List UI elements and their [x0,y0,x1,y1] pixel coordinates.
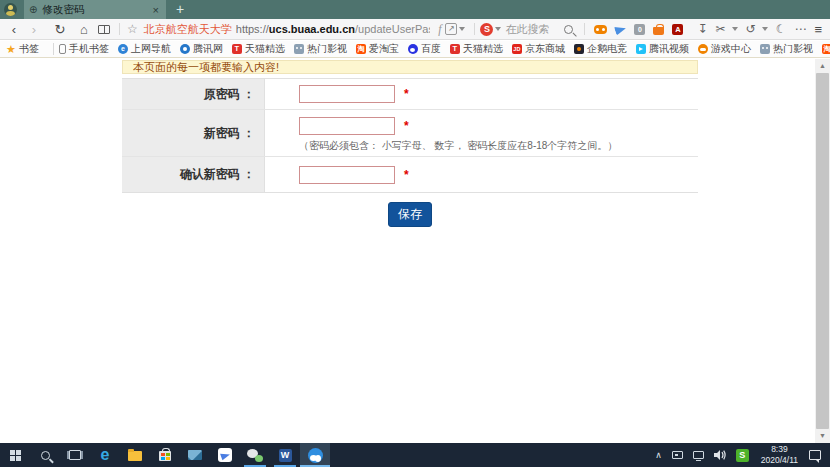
taskbar-word[interactable]: W [270,443,300,467]
address-dropdown-icon[interactable] [459,27,465,31]
bookmark-taobao-1[interactable]: 淘爱淘宝 [356,42,399,56]
tab-title: 修改密码 [42,3,150,17]
bookmark-esports[interactable]: 企鹅电竞 [574,42,627,56]
site-name-label[interactable]: 北京航空航天大学 [144,22,232,37]
toolbar-separator [119,23,120,35]
phone-icon [59,44,66,54]
taskbar-browser-active[interactable] [300,443,330,467]
taskbar-mail[interactable] [180,443,210,467]
bookmark-movies-2[interactable]: 热门影视 [760,42,813,56]
folder-icon [128,451,142,461]
sogou-input-icon[interactable]: S [736,449,749,462]
browser-tab-bar: ⊕ 修改密码 × + [0,0,830,19]
bird-icon [218,448,232,462]
taskbar-file-explorer[interactable] [120,443,150,467]
night-mode-icon[interactable]: ☾ [776,22,787,36]
penguin-esports-icon [574,44,584,54]
browser-tab[interactable]: ⊕ 修改密码 × [24,0,166,19]
star-icon: ★ [6,43,16,56]
bookmark-shuqian[interactable]: ★书签 [6,42,39,56]
url-path: /updateUserPasswordA [355,23,430,35]
edge-icon: e [101,447,110,463]
bookmark-tencent[interactable]: 腾讯网 [180,42,223,56]
new-password-label: 新密码 ： [122,110,265,156]
bookmark-movies-1[interactable]: 热门影视 [294,42,347,56]
shopping-bag-icon[interactable] [653,24,664,35]
screenshot-scissors-icon[interactable]: ✂ [716,22,726,36]
restore-dropdown-icon[interactable] [762,27,768,31]
search-engine-icon[interactable]: S [480,23,493,36]
screenshot-dropdown-icon[interactable] [732,27,738,31]
scroll-down-icon[interactable]: ▼ [815,429,830,443]
restore-icon[interactable]: ↺ [746,22,756,36]
task-view-icon [69,450,81,460]
reading-list-icon[interactable] [98,25,110,34]
download-icon[interactable]: ↧ [697,22,707,36]
new-password-input[interactable] [299,117,395,135]
bookmark-nav[interactable]: e上网导航 [118,42,171,56]
start-button[interactable] [0,443,30,467]
bookmark-game-center[interactable]: 游戏中心 [698,42,751,56]
bookmark-baidu[interactable]: 百度 [408,42,441,56]
confirm-password-input[interactable] [299,166,395,184]
share-icon[interactable]: ↗ [445,23,457,35]
toolbar-separator [474,23,475,35]
network-icon[interactable] [693,451,704,459]
taskbar-store[interactable] [150,443,180,467]
taskbar-bird-app[interactable] [210,443,240,467]
taskbar-edge[interactable]: e [90,443,120,467]
save-button[interactable]: 保存 [388,202,432,227]
system-tray: ∧ S 8:392020/4/11 [650,443,830,467]
vertical-scrollbar[interactable]: ▲ ▼ [815,59,830,443]
required-asterisk: * [404,119,409,133]
home-button[interactable]: ⌂ [74,22,94,37]
form-row-old-password: 原密码 ： * [122,79,698,110]
scrollbar-thumb[interactable] [816,73,829,429]
new-tab-button[interactable]: + [176,0,184,19]
tray-clock[interactable]: 8:392020/4/11 [761,444,798,465]
bookmark-taobao-2[interactable]: 淘爱淘宝 [822,42,830,56]
old-password-label: 原密码 ： [122,79,265,109]
forward-button[interactable]: › [24,22,44,37]
back-button[interactable]: ‹ [4,22,24,37]
tab-close-icon[interactable]: × [151,4,161,16]
bookmark-tencent-video[interactable]: 腾讯视频 [636,42,689,56]
address-bar[interactable]: https://ucs.buaa.edu.cn/updateUserPasswo… [236,23,430,35]
bird-extension-icon[interactable] [615,25,626,34]
baidu-paw-icon [408,44,418,54]
toolbar-separator [584,23,585,35]
more-icon[interactable]: ⋯ [794,22,806,36]
bookmark-mobile[interactable]: 手机书签 [59,42,109,56]
penguin-icon [180,44,190,54]
badge-zero-icon[interactable]: 0 [634,24,645,35]
taobao-icon: 淘 [822,44,830,54]
flash-badge-icon[interactable]: f [438,22,441,37]
game-center-icon[interactable] [594,25,607,34]
windows-taskbar: e W ∧ S 8:392020/4/11 [0,443,830,467]
form-row-new-password: 新密码 ： * （密码必须包含： 小写字母、 数字， 密码长度应在8-18个字符… [122,110,698,157]
tray-chevron-icon[interactable]: ∧ [655,450,662,460]
taobao-icon: 淘 [356,44,366,54]
bookmark-tmall-2[interactable]: T天猫精选 [450,42,503,56]
taskbar-wechat[interactable] [240,443,270,467]
refresh-button[interactable]: ↻ [50,22,70,37]
user-avatar[interactable] [4,3,17,16]
tray-ime-icon[interactable] [672,451,683,459]
bookmark-star-icon[interactable]: ☆ [127,22,138,36]
pdf-icon[interactable]: A [672,24,683,35]
search-icon[interactable] [564,25,573,34]
search-input[interactable]: 在此搜索 [505,22,558,37]
action-center-icon[interactable] [809,450,821,460]
menu-icon[interactable]: ≡ [814,22,822,37]
bookmark-jd[interactable]: JD京东商城 [512,42,565,56]
task-view-button[interactable] [60,443,90,467]
scroll-up-icon[interactable]: ▲ [815,59,830,73]
taskbar-search-button[interactable] [30,443,60,467]
clock-date: 2020/4/11 [761,455,798,465]
form-notice: 本页面的每一项都要输入内容! [122,60,698,74]
old-password-input[interactable] [299,85,395,103]
search-engine-dropdown-icon[interactable] [495,27,501,31]
video-icon [294,44,304,54]
bookmark-tmall-1[interactable]: T天猫精选 [232,42,285,56]
volume-icon[interactable] [714,450,726,460]
